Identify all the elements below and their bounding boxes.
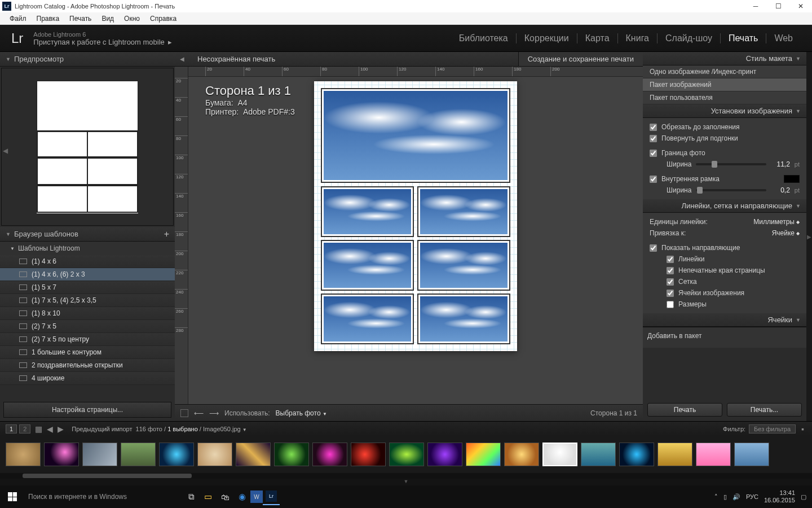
module-Печать[interactable]: Печать <box>721 33 766 43</box>
next-page-icon[interactable]: ⟶ <box>209 409 219 417</box>
filmstrip-thumb[interactable] <box>619 443 654 466</box>
filmstrip-thumb[interactable] <box>236 443 271 466</box>
inner-width-slider[interactable] <box>696 189 766 191</box>
menu-edit[interactable]: Правка <box>32 15 65 23</box>
template-browser-header[interactable]: ▼Браузер шаблонов+ <box>0 227 175 242</box>
start-button[interactable] <box>0 485 25 508</box>
filmstrip-thumb[interactable] <box>44 443 79 466</box>
create-save-print-button[interactable]: Создание и сохранение печати <box>518 52 643 66</box>
template-item[interactable]: (1) 7 x 5, (4) 2,5 x 3,5 <box>0 294 175 307</box>
filmstrip-thumb[interactable] <box>82 443 117 466</box>
filmstrip-thumb[interactable] <box>389 443 424 466</box>
guide-item-checkbox[interactable] <box>667 256 674 263</box>
layout-style-option[interactable]: Пакет пользователя <box>643 91 806 104</box>
photo-cell[interactable] <box>417 240 510 291</box>
filmstrip-thumb[interactable] <box>312 443 347 466</box>
template-item[interactable]: 1 большие с контуром <box>0 346 175 359</box>
photo-cell[interactable] <box>321 240 414 291</box>
inner-frame-checkbox[interactable] <box>650 176 657 183</box>
template-group[interactable]: ▼Шаблоны Lightroom <box>0 242 175 255</box>
menu-print[interactable]: Печать <box>64 15 96 23</box>
photo-cell[interactable] <box>417 186 510 237</box>
soft-proof-checkbox[interactable] <box>180 409 188 417</box>
inner-frame-color-swatch[interactable] <box>784 175 800 183</box>
add-template-button[interactable]: + <box>164 229 169 239</box>
menu-window[interactable]: Окно <box>119 15 145 23</box>
filmstrip-thumb[interactable] <box>274 443 309 466</box>
layout-style-option[interactable]: Одно изображение /Индекс-принт <box>643 65 806 78</box>
secondary-display-1[interactable]: 1 <box>6 424 17 433</box>
filmstrip-thumb[interactable] <box>121 443 156 466</box>
taskbar-search[interactable]: Поиск в интернете и в Windows <box>25 493 183 501</box>
nav-back-icon[interactable]: ◀ <box>47 424 53 433</box>
filmstrip-thumb[interactable] <box>542 443 577 466</box>
filter-dropdown[interactable]: Без фильтра <box>749 424 796 433</box>
filmstrip-thumb[interactable] <box>696 443 731 466</box>
module-Слайд-шоу[interactable]: Слайд-шоу <box>657 33 721 43</box>
filmstrip-thumb[interactable] <box>427 443 462 466</box>
module-Библиотека[interactable]: Библиотека <box>451 33 517 43</box>
photo-border-checkbox[interactable] <box>650 150 657 157</box>
filmstrip-collapse-icon[interactable]: ▼ <box>0 479 812 485</box>
print-page[interactable] <box>314 81 517 351</box>
menu-file[interactable]: Файл <box>5 15 32 23</box>
tray-chevron-icon[interactable]: ˄ <box>714 493 718 501</box>
filter-lock-icon[interactable]: ▪ <box>801 424 804 433</box>
guide-item-checkbox[interactable] <box>667 278 674 286</box>
filmstrip[interactable] <box>0 436 812 473</box>
photo-cell[interactable] <box>321 294 414 344</box>
template-item[interactable]: (1) 4 x 6 <box>0 255 175 268</box>
image-settings-header[interactable]: Установки изображения▼ <box>643 104 806 118</box>
photo-cell[interactable] <box>417 294 510 344</box>
mobile-getting-started[interactable]: Приступая к работе с Lightroom mobile <box>33 38 164 46</box>
filmstrip-thumb[interactable] <box>734 443 769 466</box>
lightroom-taskbar-icon[interactable]: Lr <box>263 488 280 505</box>
print-dialog-button[interactable]: Печать... <box>727 403 802 417</box>
filmstrip-scrollbar[interactable] <box>0 473 812 479</box>
guide-item-checkbox[interactable] <box>667 290 674 297</box>
window-minimize-button[interactable]: ─ <box>744 0 767 12</box>
tray-language[interactable]: РУС <box>746 493 758 500</box>
filmstrip-thumb[interactable] <box>6 443 41 466</box>
tray-volume-icon[interactable]: 🔊 <box>732 493 740 501</box>
template-item[interactable]: (2) 7 x 5 по центру <box>0 333 175 346</box>
tray-network-icon[interactable]: ▯ <box>723 493 727 501</box>
tray-clock[interactable]: 13:4116.06.2015 <box>764 489 795 504</box>
module-Карта[interactable]: Карта <box>577 33 618 43</box>
template-item[interactable]: (2) 7 x 5 <box>0 320 175 333</box>
guide-item-checkbox[interactable] <box>667 267 674 274</box>
caret-left-icon[interactable]: ◀ <box>175 56 189 62</box>
source-path[interactable]: Предыдущий импорт 116 фото / 1 выбрано /… <box>72 426 246 432</box>
crop-to-fill-checkbox[interactable] <box>650 124 657 131</box>
guides-header[interactable]: Линейки, сетка и направляющие▼ <box>643 199 806 213</box>
edge-icon[interactable]: ◉ <box>233 488 250 505</box>
template-item[interactable]: (1) 4 x 6, (6) 2 x 3 <box>0 268 175 281</box>
print-button[interactable]: Печать <box>647 403 722 417</box>
right-panel-expand-icon[interactable]: ▶ <box>806 52 812 421</box>
window-maximize-button[interactable]: ☐ <box>767 0 789 12</box>
snap-to-dropdown[interactable]: Ячейке◆ <box>772 229 800 237</box>
panel-collapse-left-icon[interactable]: ◀ <box>3 147 8 155</box>
border-width-slider[interactable] <box>696 163 766 165</box>
prev-page-icon[interactable]: ⟵ <box>194 409 204 417</box>
filmstrip-thumb[interactable] <box>466 443 501 466</box>
filmstrip-thumb[interactable] <box>159 443 194 466</box>
explorer-icon[interactable]: ▭ <box>200 488 217 505</box>
ruler-units-dropdown[interactable]: Миллиметры◆ <box>753 218 800 226</box>
secondary-display-2[interactable]: 2 <box>19 424 30 433</box>
filmstrip-thumb[interactable] <box>581 443 616 466</box>
use-dropdown[interactable]: Выбрать фото ▼ <box>276 409 327 417</box>
store-icon[interactable]: 🛍 <box>217 488 233 505</box>
grid-view-icon[interactable]: ▦ <box>35 424 42 433</box>
menu-view[interactable]: Вид <box>96 15 119 23</box>
guide-item-checkbox[interactable] <box>667 301 674 308</box>
module-Книга[interactable]: Книга <box>618 33 657 43</box>
photo-cell-large[interactable] <box>321 88 510 183</box>
module-Коррекции[interactable]: Коррекции <box>517 33 577 43</box>
filmstrip-thumb[interactable] <box>351 443 386 466</box>
module-Web[interactable]: Web <box>766 33 801 43</box>
filmstrip-thumb[interactable] <box>504 443 539 466</box>
window-close-button[interactable]: ✕ <box>789 0 812 12</box>
rotate-to-fit-checkbox[interactable] <box>650 135 657 142</box>
task-view-icon[interactable]: ⧉ <box>183 488 200 505</box>
